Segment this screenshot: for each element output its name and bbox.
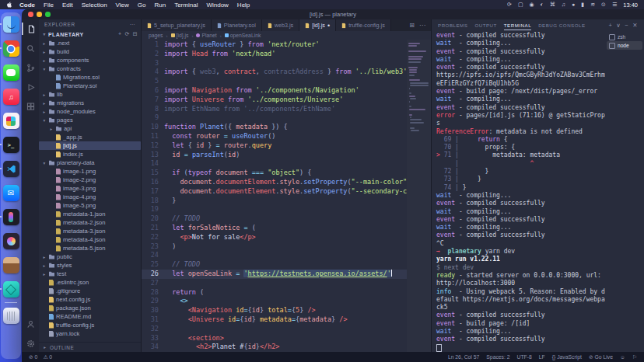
tree-item[interactable]: ▸lib (39, 90, 141, 99)
tree-item[interactable]: ▸migrations (39, 99, 141, 107)
terminal-session-zsh[interactable]: zsh (607, 33, 642, 41)
menu-item-help[interactable]: Help (237, 2, 250, 9)
wifi-icon[interactable]: ≋ (590, 2, 595, 8)
tree-item[interactable]: package.json (39, 304, 141, 312)
panel-tab-output[interactable]: OUTPUT (474, 19, 496, 30)
tree-item[interactable]: Planetary.sol (39, 82, 141, 90)
minimap[interactable] (407, 40, 431, 352)
shortcuts-icon[interactable]: ⌘ (550, 2, 555, 8)
tree-item[interactable]: ▸.next (39, 39, 141, 47)
tree-item[interactable]: Migrations.sol (39, 73, 141, 82)
extensions-icon[interactable] (22, 100, 39, 113)
tree-item[interactable]: [id].js (39, 141, 141, 150)
menu-item-code[interactable]: Code (19, 2, 35, 9)
dock-photos-icon[interactable] (3, 233, 19, 249)
tree-item[interactable]: metadata-4.json (39, 235, 141, 244)
new-file-icon[interactable]: + (118, 31, 122, 37)
breadcrumb-item[interactable]: [id].js (171, 33, 189, 38)
warnings-count[interactable]: ⚠ 0 (43, 354, 52, 360)
tab-5_setup_planetary.js[interactable]: 5_setup_planetary.js (142, 19, 212, 31)
notifications[interactable]: ⚐ (632, 354, 637, 360)
go-live[interactable]: ⊘ Go Live (589, 354, 613, 360)
dock-mail-icon[interactable]: ✉ (3, 185, 19, 201)
tree-item[interactable]: metadata-3.json (39, 227, 141, 235)
search-icon[interactable]: ⊙ (601, 2, 606, 8)
terminal-output[interactable]: event - compiled successfullywait - comp… (432, 30, 605, 352)
source-control-icon[interactable] (22, 61, 39, 74)
tree-item[interactable]: yarn.lock (39, 329, 141, 338)
dock-minecraft-icon[interactable] (3, 257, 19, 273)
tree-item[interactable]: image-3.png (39, 184, 141, 193)
more-actions-icon[interactable]: ⋯ (419, 22, 425, 29)
close-window-button[interactable] (28, 12, 33, 17)
tree-item[interactable]: image-5.png (39, 201, 141, 210)
menu-item-selection[interactable]: Selection (82, 2, 107, 9)
panel-tab-problems[interactable]: PROBLEMS (438, 19, 467, 30)
tree-item[interactable]: ▸api (39, 124, 141, 133)
status-dot-icon[interactable]: ● (572, 2, 575, 8)
errors-count[interactable]: ⊘ 0 (29, 354, 37, 360)
tree-item[interactable]: .gitignore (39, 287, 141, 295)
panel-tab-debug-console[interactable]: DEBUG CONSOLE (538, 19, 585, 30)
menu-item-file[interactable]: File (44, 2, 54, 9)
dock-music-icon[interactable]: ♫ (3, 89, 19, 105)
maximize-window-button[interactable] (45, 12, 51, 17)
apple-menu-icon[interactable] (6, 2, 12, 8)
music-icon[interactable]: ♫ (562, 2, 565, 8)
menu-item-run[interactable]: Run (154, 2, 166, 9)
explorer-icon[interactable] (22, 23, 39, 35)
language-mode[interactable]: {} JavaScript (552, 354, 582, 360)
project-section-header[interactable]: ▾ PLANETARY + ⟳ ⊟ (39, 30, 141, 39)
encoding[interactable]: UTF-8 (517, 354, 532, 360)
dock-figma-icon[interactable] (3, 209, 19, 225)
tree-item[interactable]: next.config.js (39, 295, 141, 304)
tree-item[interactable]: image-4.png (39, 193, 141, 201)
menu-item-edit[interactable]: Edit (62, 2, 73, 9)
minimize-window-button[interactable] (37, 12, 42, 17)
dock-cube-icon[interactable] (3, 281, 19, 298)
tree-item[interactable]: metadata-5.json (39, 244, 141, 252)
tree-item[interactable]: ▸node_modules (39, 107, 141, 116)
collapse-all-icon[interactable]: ⊟ (133, 31, 138, 37)
eol-sequence[interactable]: LF (539, 354, 545, 360)
split-editor-icon[interactable]: ⊞ (409, 22, 415, 29)
dock-trash-icon[interactable] (3, 308, 19, 324)
close-panel-icon[interactable]: ✕ (632, 22, 638, 29)
tree-item[interactable]: truffle-config.js (39, 321, 141, 329)
search-icon[interactable] (22, 42, 39, 54)
tree-item[interactable]: ▾planetary-data (39, 158, 141, 167)
tree-item[interactable]: ▾pages (39, 116, 141, 124)
feedback[interactable]: ☺ (620, 354, 625, 360)
dock-vscode-icon[interactable] (3, 161, 19, 177)
terminal-picker-icon[interactable]: ∨ (616, 22, 621, 29)
tree-item[interactable]: index.js (39, 150, 141, 158)
tree-item[interactable]: .eslintrc.json (39, 278, 141, 287)
new-terminal-icon[interactable]: + (608, 22, 612, 29)
tree-item[interactable]: ▸components (39, 56, 141, 64)
record-icon[interactable]: ◉ (530, 2, 534, 8)
tab-[id].js[interactable]: [id].js• (299, 19, 336, 31)
tree-item[interactable]: _app.js (39, 133, 141, 141)
tree-item[interactable]: ▸test (39, 270, 141, 278)
accounts-icon[interactable] (22, 318, 39, 330)
run-debug-icon[interactable] (22, 81, 39, 93)
breadcrumb-item[interactable]: pages (149, 33, 163, 38)
dock-terminal-icon[interactable]: >_ (3, 137, 19, 153)
display-icon[interactable]: ▢ (518, 2, 523, 8)
tab-truffle-config.js[interactable]: truffle-config.js (336, 19, 391, 31)
titlebar[interactable]: [id].js — planetary (22, 9, 644, 19)
battery-icon[interactable]: ▮ (581, 2, 584, 8)
tree-item[interactable]: ▸styles (39, 261, 141, 270)
maximize-panel-icon[interactable]: − (625, 22, 628, 29)
tree-item[interactable]: image-1.png (39, 167, 141, 176)
tree-item[interactable]: README.md (39, 312, 141, 321)
panel-tab-terminal[interactable]: TERMINAL (504, 19, 531, 30)
terminal-session-node[interactable]: node (607, 41, 642, 50)
code-editor[interactable]: 1import { useRouter } from 'next/router'… (142, 40, 407, 352)
menu-item-window[interactable]: Window (206, 2, 228, 9)
menu-item-view[interactable]: View (116, 2, 129, 9)
dock-chrome-icon[interactable] (3, 40, 19, 57)
tree-item[interactable]: image-2.png (39, 176, 141, 184)
menu-item-terminal[interactable]: Terminal (174, 2, 198, 9)
views-more-actions-icon[interactable]: ⋯ (129, 22, 135, 28)
